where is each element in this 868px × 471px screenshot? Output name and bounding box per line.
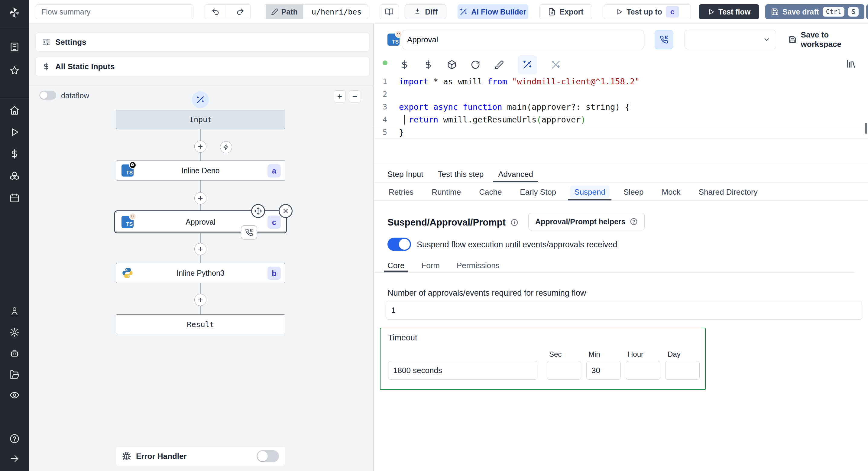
subtab-retries[interactable]: Retries: [388, 184, 415, 200]
favorites-star-icon[interactable]: [0, 65, 29, 76]
graph-ai-wand-button[interactable]: [192, 91, 209, 108]
help-question-icon[interactable]: [0, 434, 29, 444]
expand-arrow-right-icon[interactable]: [0, 453, 29, 464]
subtab-mock[interactable]: Mock: [660, 184, 682, 200]
suspend-phone-toggle-button[interactable]: [655, 30, 673, 49]
deploy-button-clipped[interactable]: [866, 4, 868, 19]
sidebar-divider: [0, 28, 29, 28]
deno-badge-icon: [129, 161, 136, 169]
path-label: Path: [281, 7, 298, 16]
workers-robot-icon[interactable]: [0, 348, 29, 358]
tab-step-input[interactable]: Step Input: [388, 166, 424, 182]
step-title-input[interactable]: [402, 30, 644, 49]
delete-node-button[interactable]: [279, 204, 292, 218]
redo-button[interactable]: [230, 4, 251, 19]
undo-button[interactable]: [205, 4, 226, 19]
dollar-icon[interactable]: [400, 60, 409, 69]
move-node-handle[interactable]: [251, 204, 265, 218]
add-step-button[interactable]: [194, 141, 207, 153]
tab-form[interactable]: Form: [421, 259, 440, 272]
test-up-to-button[interactable]: Test up to c: [604, 4, 691, 19]
line-number: 4: [374, 115, 392, 124]
path-button[interactable]: Path u/henri/bes: [264, 4, 368, 19]
subtab-sleep[interactable]: Sleep: [622, 184, 645, 200]
zoom-in-button[interactable]: +: [334, 90, 346, 102]
dataflow-toggle[interactable]: [39, 91, 56, 100]
flow-node-result[interactable]: Result: [116, 315, 285, 334]
suspend-phone-badge[interactable]: [241, 226, 257, 239]
subtab-suspend[interactable]: Suspend: [573, 184, 607, 200]
library-icon[interactable]: [846, 59, 856, 69]
all-static-inputs-button[interactable]: All Static Inputs: [36, 57, 369, 76]
tab-advanced[interactable]: Advanced: [498, 166, 533, 182]
test-flow-label: Test flow: [718, 7, 750, 16]
tab-permissions[interactable]: Permissions: [457, 259, 500, 272]
folders-folder-icon[interactable]: [0, 370, 29, 380]
text-cursor: [404, 115, 405, 124]
export-button[interactable]: Export: [539, 4, 592, 19]
docs-button[interactable]: [380, 4, 399, 19]
plus-icon: [197, 246, 204, 253]
diff-button[interactable]: Diff: [405, 4, 446, 19]
workspace-building-icon[interactable]: [0, 42, 29, 52]
suspend-enable-toggle[interactable]: [388, 238, 411, 251]
phone-incoming-icon: [245, 229, 253, 236]
info-icon[interactable]: [510, 218, 518, 227]
subtab-shared-directory[interactable]: Shared Directory: [698, 184, 759, 200]
schedules-calendar-icon[interactable]: [0, 193, 29, 203]
save-draft-button[interactable]: Save draft Ctrl S: [765, 4, 864, 19]
flow-node-inline-deno[interactable]: TS Inline Deno a: [116, 160, 285, 180]
refresh-icon[interactable]: [471, 60, 480, 69]
script-kind-select[interactable]: [685, 30, 776, 49]
approval-prompt-helpers-button[interactable]: Approval/Prompt helpers: [528, 213, 645, 230]
audit-eye-icon[interactable]: [0, 390, 29, 400]
approvals-count-input[interactable]: [386, 301, 862, 320]
timeout-hour-input[interactable]: [626, 361, 660, 380]
dollar-icon[interactable]: [424, 60, 433, 69]
export-label: Export: [559, 7, 583, 16]
users-person-icon[interactable]: [0, 306, 29, 316]
trigger-zap-button[interactable]: [220, 141, 232, 153]
variables-dollar-icon[interactable]: [0, 149, 29, 159]
timeout-seconds-input[interactable]: [388, 361, 537, 380]
resources-boxes-icon[interactable]: [0, 171, 29, 181]
paintbrush-icon[interactable]: [494, 60, 504, 69]
settings-gear-icon[interactable]: [0, 327, 29, 337]
windmill-logo[interactable]: [0, 7, 29, 19]
subtab-cache[interactable]: Cache: [478, 184, 503, 200]
add-step-button[interactable]: [194, 294, 207, 306]
add-step-button[interactable]: [194, 192, 207, 204]
flow-panel-divider: [29, 86, 374, 86]
flow-panel: Settings All Static Inputs dataflow + − …: [29, 24, 374, 471]
flow-summary-input[interactable]: [36, 4, 193, 19]
flow-node-input[interactable]: Input: [116, 110, 285, 129]
tab-test-this-step[interactable]: Test this step: [438, 166, 484, 182]
subtab-runtime[interactable]: Runtime: [430, 184, 462, 200]
package-icon[interactable]: [447, 60, 457, 69]
subtab-early-stop[interactable]: Early Stop: [519, 184, 557, 200]
pencil-icon: [271, 8, 278, 16]
tab-core[interactable]: Core: [388, 259, 404, 272]
test-flow-button[interactable]: Test flow: [699, 4, 759, 19]
add-step-button[interactable]: [194, 243, 207, 255]
zoom-out-button[interactable]: −: [349, 90, 361, 102]
code-editor[interactable]: 1import * as wmill from "windmill-client…: [374, 72, 868, 163]
flow-settings-button[interactable]: Settings: [36, 33, 369, 51]
node-python-label: Inline Python3: [177, 269, 224, 277]
save-to-workspace-button[interactable]: Save to workspace: [788, 30, 868, 49]
error-handler-row[interactable]: Error Handler: [116, 446, 285, 466]
timeout-min-input[interactable]: [586, 361, 621, 380]
ai-flow-builder-button[interactable]: AI Flow Builder: [458, 4, 528, 19]
home-icon[interactable]: [0, 105, 29, 116]
error-handler-toggle[interactable]: [256, 450, 279, 462]
timeout-sec-input[interactable]: [547, 361, 581, 380]
chevron-down-icon: [763, 36, 770, 43]
runs-play-icon[interactable]: [0, 127, 29, 137]
wand-off-icon[interactable]: [551, 60, 561, 69]
approval-emoji-badge: [129, 213, 136, 220]
timeout-day-input[interactable]: [665, 361, 700, 380]
step-tabs: Step Input Test this step Advanced: [374, 166, 868, 183]
ai-assistant-wand-button[interactable]: [518, 55, 537, 75]
flow-node-inline-python[interactable]: Inline Python3 b: [116, 263, 285, 283]
code-line: }: [392, 127, 404, 137]
